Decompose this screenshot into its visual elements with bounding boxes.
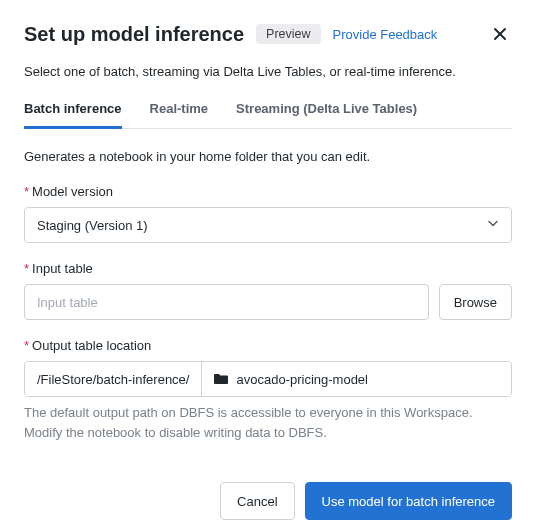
model-version-select[interactable]: Staging (Version 1) (24, 207, 512, 243)
browse-button[interactable]: Browse (439, 284, 512, 320)
tabs: Batch inference Real-time Streaming (Del… (24, 101, 512, 129)
folder-icon (214, 373, 228, 385)
output-table-hint: The default output path on DBFS is acces… (24, 403, 512, 442)
model-version-label: *Model version (24, 184, 512, 199)
submit-button[interactable]: Use model for batch inference (305, 482, 512, 520)
cancel-button[interactable]: Cancel (220, 482, 294, 520)
close-button[interactable] (488, 22, 512, 46)
output-table-label: *Output table location (24, 338, 512, 353)
input-table-label: *Input table (24, 261, 512, 276)
output-table-field[interactable]: /FileStore/batch-inference/ avocado-pric… (24, 361, 512, 397)
tab-description: Generates a notebook in your home folder… (24, 149, 512, 164)
input-table-field[interactable] (24, 284, 429, 320)
preview-badge: Preview (256, 24, 320, 44)
tab-real-time[interactable]: Real-time (150, 101, 209, 129)
dialog-title: Set up model inference (24, 23, 244, 46)
close-icon (492, 26, 508, 42)
output-path-name[interactable]: avocado-pricing-model (202, 362, 511, 396)
output-path-prefix: /FileStore/batch-inference/ (25, 362, 202, 396)
intro-text: Select one of batch, streaming via Delta… (24, 64, 512, 79)
feedback-link[interactable]: Provide Feedback (333, 27, 438, 42)
tab-streaming[interactable]: Streaming (Delta Live Tables) (236, 101, 417, 129)
chevron-down-icon (487, 218, 499, 233)
model-version-value: Staging (Version 1) (37, 218, 148, 233)
tab-batch-inference[interactable]: Batch inference (24, 101, 122, 129)
